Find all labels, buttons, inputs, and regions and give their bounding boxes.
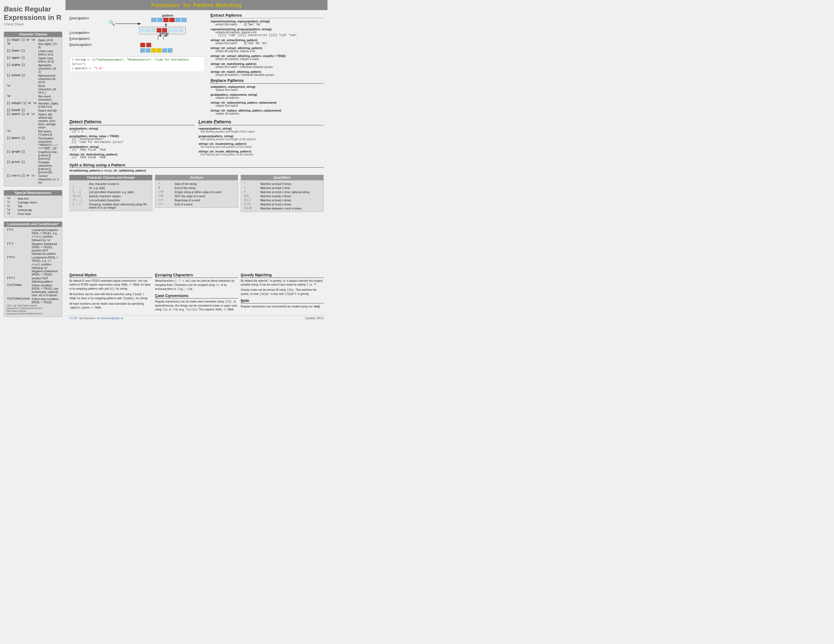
split-text: strsplit(string, pattern) or stringr::st… [70, 169, 324, 172]
char-classes-header: Character Classes [4, 32, 62, 37]
list-item: (?<=) Lookbehind (PERL = TRUE), e.g. (?<… [6, 256, 60, 276]
func-desc: extract all matches + individual charact… [210, 73, 324, 76]
func-str-replace: stringr::str_replace(string, pattern, re… [210, 101, 324, 107]
general-modes-col: General Modes By default R uses POSIX ex… [70, 273, 152, 313]
func-gsub: gsub(pattern, replacement, string) repla… [210, 93, 324, 99]
replace-patterns-section: Replace Patterns sub(pattern, replacemen… [210, 78, 324, 115]
pattern-diagram: pattern 🔍 [99, 13, 197, 54]
func-name: grep(pattern, string, value = TRUE) [70, 134, 195, 138]
diagram-labels: Detect pattern Locate pattern Extract pa… [70, 13, 97, 48]
cc-by-link[interactable]: CC BY [70, 317, 78, 320]
func-code: [1] TRUE FALSE TRUE [70, 148, 195, 152]
list-item: \\BNOT the edge of a word [157, 194, 236, 198]
func-name: stringr::str_locate(string, pattern) [199, 142, 324, 145]
list-item: [[:cntrl:]] or \cControl characters; \n,… [6, 174, 60, 184]
header-title: Functions for Pattern Matching [151, 2, 242, 8]
general-modes-p2: All functions can be used with literal s… [70, 292, 152, 300]
top-area: Detect pattern Locate pattern Extract pa… [66, 10, 328, 118]
list-item: (?=) Lookahead (requires PERL = TRUE), e… [6, 228, 60, 242]
func-str-locate-all: stringr::str_locate_all(string, pattern)… [199, 150, 324, 156]
svg-rect-3 [163, 18, 169, 22]
list-item: $End of the string [157, 186, 236, 190]
list-item: (?!) Negative lookahead (PERL = TRUE); p… [6, 242, 60, 256]
func-str-replace-all: stringr::str_replace_all(string, pattern… [210, 109, 324, 115]
func-str-extract-all-simplify: stringr::str_extract_all(string, pattern… [210, 54, 324, 61]
footer-right: Updated: 09/16 [305, 317, 324, 320]
special-meta-header: Special Metacharacters [4, 190, 62, 195]
sidebar-title: Basic Regular Expressions in R [4, 5, 62, 21]
list-item: \nNew line [6, 197, 60, 200]
list-item: \\bEmpty string at either edge of a word [157, 190, 236, 194]
list-item: [[:blank:]]Space and tab [6, 108, 60, 112]
func-str-match-all: stringr::str_match_all(string, pattern) … [210, 70, 324, 76]
locate-section: Locate Patterns regexpr(pattern, string)… [199, 119, 324, 160]
list-item: *Matches at least 0 times [243, 182, 321, 186]
detect-heading: Detect Patterns [70, 119, 195, 126]
special-meta-box: Special Metacharacters \nNew line \rCarr… [4, 187, 62, 219]
list-item: [a-z]Specify character ranges [72, 194, 150, 198]
lookaround-box: Lookaraounds and Conditionals* (?=) Look… [4, 219, 62, 318]
list-item: +Matches at least 1 time [243, 186, 321, 190]
func-desc: extract first match [1] "tam" "tim" [210, 23, 324, 26]
list-item: [[:graph:]]Graphical char.; [[:alnum:]][… [6, 150, 60, 160]
list-item: ?Matches at most 1 time; optional string [243, 190, 321, 194]
func-name: stringr::str_locate_all(string, pattern) [199, 150, 324, 153]
list-item: ?(if)then|else If-then-else-condition (P… [6, 297, 60, 304]
list-item: [[:punct:]]Punctuation characters; !"#$%… [6, 136, 60, 150]
svg-rect-12 [146, 28, 150, 32]
greedy-p2: Greedy mode can be turned off using (?U)… [241, 288, 324, 296]
footer-email[interactable]: ian.kopacka@ages.at [97, 317, 123, 320]
func-desc: extract all matches, outputs a list [210, 50, 324, 53]
middle-area: Detect Patterns grep(pattern, string) [1… [66, 118, 328, 161]
bottom-boxes: Character Classes and Groups .Any charac… [66, 173, 328, 273]
svg-rect-23 [146, 43, 151, 47]
func-name: stringr::str_extract(string, pattern) [210, 39, 324, 42]
func-name: stringr::str_extract_all(string, pattern… [210, 54, 324, 58]
svg-rect-4 [169, 18, 175, 22]
greedy-p1: By default the asterisk * is greedy, i.e… [241, 279, 324, 287]
list-item: (?<!) position NOT following pattern [6, 276, 60, 283]
detect-label: Detect pattern [70, 13, 97, 24]
list-item: {n,m}Matches between n and m times [243, 206, 321, 210]
list-item: [[:print:]]Printable characters; [[:alnu… [6, 160, 60, 174]
quantifiers-header: Quantifiers [241, 175, 324, 180]
func-name: regmatches(string, gregexpr(pattern, str… [210, 27, 324, 31]
func-str-detect: stringr::str_detect(string, pattern) [1]… [70, 153, 195, 159]
svg-rect-6 [181, 18, 187, 22]
list-item: [...]List permitted characters, e.g. [ab… [72, 190, 150, 194]
lookaround-note: *see, e.g. http://www.regular-expression… [6, 304, 60, 315]
func-grepl: grepl(pattern, string) [1] TRUE FALSE TR… [70, 145, 195, 152]
char-classes-content: [[:digit:]] or \dDigits; [0-9] \DNon-dig… [4, 37, 62, 186]
list-item: \vVertical tab [6, 208, 60, 212]
list-item: \WNon-word characters [6, 94, 60, 102]
func-regexpr: regexpr(pattern, string) find starting p… [199, 127, 324, 133]
detect-section: Detect Patterns grep(pattern, string) [1… [70, 119, 195, 160]
func-regmatches-gregexpr: regmatches(string, gregexpr(pattern, str… [210, 27, 324, 37]
anchors-body: ^Start of the string $End of the string … [155, 180, 238, 208]
footer: CC BY Ian Kopacka • ian.kopacka@ages.at … [66, 315, 328, 321]
svg-rect-18 [178, 28, 183, 32]
list-item: \tTab [6, 204, 60, 208]
code-line2: > pattern <- "t.m" [72, 66, 202, 71]
func-name: stringr::str_detect(string, pattern) [70, 153, 195, 156]
list-item: {,n}Matches at most n times [243, 202, 321, 206]
svg-rect-26 [151, 48, 156, 53]
sidebar: Basic Regular Expressions in R Cheat She… [0, 0, 66, 321]
func-desc: replace all matches [210, 112, 324, 115]
func-name: stringr::str_replace(string, pattern, re… [210, 101, 324, 104]
func-str-extract: stringr::str_extract(string, pattern) ex… [210, 39, 324, 45]
svg-rect-27 [157, 48, 162, 53]
svg-rect-1 [151, 18, 157, 22]
list-item: [[:alnum:]]Alphanumeric characters [A-z0… [6, 74, 60, 84]
escaping-heading: Escaping Characters [155, 273, 238, 278]
list-item: \wWord characters; [A-z0-9_] [6, 84, 60, 94]
lookaround-content: (?=) Lookahead (requires PERL = TRUE), e… [4, 227, 62, 317]
func-grep: grep(pattern, string) [1] 1 3 [70, 127, 195, 133]
general-modes-p3: All base functions can be made case inse… [70, 302, 152, 310]
func-name: gregexpr(pattern, string) [199, 134, 324, 138]
func-desc: extract all matches, outputs a matrix [210, 58, 324, 61]
list-item: [[:upper:]]Upper-case letters; [A-Z] [6, 56, 60, 63]
list-item: ^Start of the string [157, 182, 236, 186]
anchors-header: Anchors [155, 175, 238, 180]
list-item: {n}Matches exactly n times [243, 194, 321, 198]
